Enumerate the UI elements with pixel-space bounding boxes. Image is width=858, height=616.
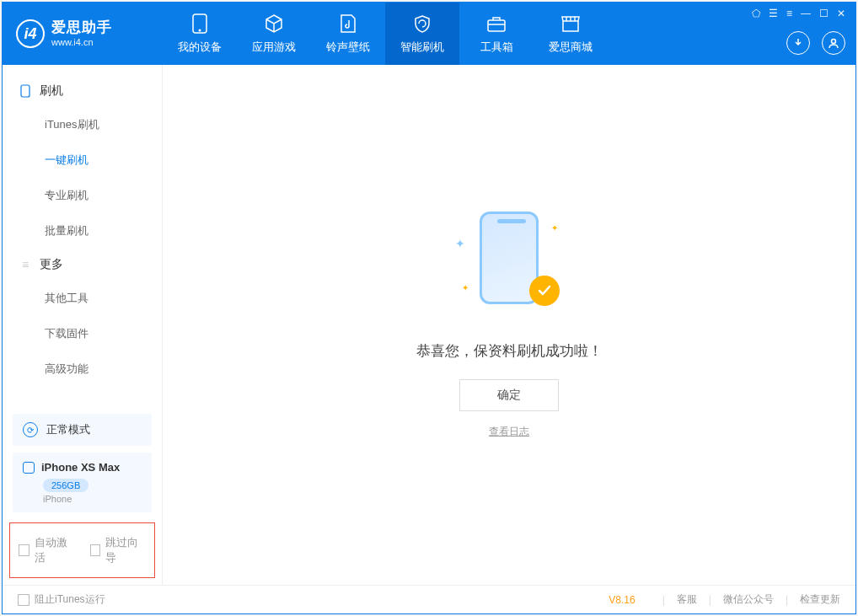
- checkbox-auto-activate[interactable]: 自动激活: [19, 535, 75, 565]
- footer: 阻止iTunes运行 V8.16 | 客服 | 微信公众号 | 检查更新: [3, 585, 855, 613]
- device-capacity: 256GB: [43, 479, 88, 492]
- checkmark-badge-icon: [529, 276, 560, 306]
- highlighted-options: 自动激活 跳过向导: [9, 522, 155, 578]
- checkbox-skip-guide[interactable]: 跳过向导: [90, 535, 147, 565]
- sidebar-item-batch-flash[interactable]: 批量刷机: [3, 213, 162, 249]
- nav-toolbox[interactable]: 工具箱: [459, 3, 534, 65]
- footer-link-wechat[interactable]: 微信公众号: [723, 592, 774, 607]
- svg-point-1: [199, 29, 201, 32]
- maximize-icon[interactable]: ☐: [819, 8, 829, 19]
- sparkle-icon: ✦: [455, 237, 465, 250]
- user-button[interactable]: [822, 31, 845, 55]
- sidebar: 刷机 iTunes刷机 一键刷机 专业刷机 批量刷机 ≡ 更多 其他工具 下载固…: [3, 65, 163, 585]
- success-illustration: ✦ ✦ ✦: [450, 212, 568, 313]
- mode-label: 正常模式: [46, 422, 90, 437]
- window-controls: ⬠ ☰ ≡ — ☐ ✕: [752, 8, 845, 19]
- rotate-icon: ⟳: [23, 422, 38, 437]
- list-icon[interactable]: ☰: [769, 8, 778, 19]
- nav-apps-games[interactable]: 应用游戏: [237, 3, 311, 65]
- sidebar-item-itunes-flash[interactable]: iTunes刷机: [3, 107, 162, 142]
- download-button[interactable]: [786, 31, 810, 55]
- sidebar-item-pro-flash[interactable]: 专业刷机: [3, 178, 162, 213]
- view-log-link[interactable]: 查看日志: [489, 425, 529, 439]
- main-nav: 我的设备 应用游戏 铃声壁纸 智能刷机 工具箱 爱思商城: [163, 3, 608, 65]
- footer-link-support[interactable]: 客服: [677, 592, 697, 607]
- nav-my-device[interactable]: 我的设备: [163, 3, 237, 65]
- main-content: ✦ ✦ ✦ 恭喜您，保资料刷机成功啦！ 确定 查看日志: [163, 65, 855, 585]
- nav-smart-flash[interactable]: 智能刷机: [385, 3, 459, 65]
- ok-button[interactable]: 确定: [459, 379, 559, 411]
- phone-mini-icon: [23, 462, 35, 474]
- sparkle-icon: ✦: [551, 223, 558, 233]
- device-box[interactable]: iPhone XS Max 256GB iPhone: [13, 453, 152, 512]
- sidebar-item-other-tools[interactable]: 其他工具: [3, 281, 162, 316]
- device-type: iPhone: [43, 494, 142, 504]
- logo[interactable]: i4 爱思助手 www.i4.cn: [3, 3, 163, 65]
- mode-box[interactable]: ⟳ 正常模式: [13, 414, 152, 446]
- nav-ringtone-wallpaper[interactable]: 铃声壁纸: [311, 3, 385, 65]
- device-name: iPhone XS Max: [41, 461, 120, 474]
- sidebar-item-oneclick-flash[interactable]: 一键刷机: [3, 142, 162, 178]
- device-icon: [19, 85, 31, 97]
- sidebar-item-advanced[interactable]: 高级功能: [3, 351, 162, 387]
- menu-icon[interactable]: ≡: [786, 8, 792, 19]
- version-label: V8.16: [609, 594, 635, 606]
- app-title: 爱思助手: [51, 19, 112, 36]
- nav-store[interactable]: 爱思商城: [534, 3, 608, 65]
- phone-icon: [189, 13, 211, 35]
- refresh-shield-icon: [411, 13, 433, 35]
- footer-link-update[interactable]: 检查更新: [800, 592, 840, 607]
- sidebar-group-more: ≡ 更多: [3, 249, 162, 281]
- cube-icon: [263, 13, 285, 35]
- music-file-icon: [337, 13, 359, 35]
- sidebar-item-download-firmware[interactable]: 下载固件: [3, 316, 162, 351]
- shirt-icon[interactable]: ⬠: [752, 8, 760, 19]
- close-icon[interactable]: ✕: [837, 8, 845, 19]
- list-lines-icon: ≡: [19, 259, 31, 271]
- sidebar-group-flash: 刷机: [3, 75, 162, 107]
- app-url: www.i4.cn: [51, 37, 112, 48]
- header: i4 爱思助手 www.i4.cn 我的设备 应用游戏 铃声壁纸 智能刷机: [3, 3, 855, 65]
- svg-rect-4: [21, 85, 29, 97]
- checkbox-block-itunes[interactable]: 阻止iTunes运行: [18, 592, 105, 607]
- minimize-icon[interactable]: —: [801, 8, 811, 19]
- svg-point-3: [832, 40, 836, 44]
- logo-icon: i4: [16, 19, 45, 48]
- store-icon: [560, 13, 582, 35]
- toolbox-icon: [485, 13, 507, 35]
- app-window: i4 爱思助手 www.i4.cn 我的设备 应用游戏 铃声壁纸 智能刷机: [2, 2, 856, 614]
- sparkle-icon: ✦: [462, 283, 469, 292]
- svg-rect-2: [488, 20, 505, 31]
- success-message: 恭喜您，保资料刷机成功啦！: [416, 341, 603, 361]
